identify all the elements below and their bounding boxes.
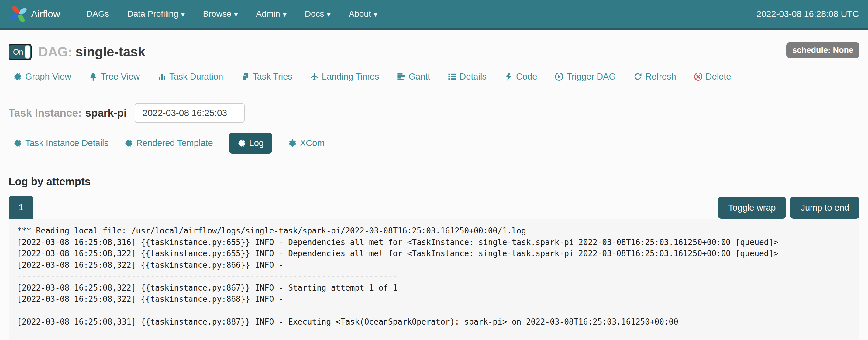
certificate-icon (13, 72, 22, 81)
task-instance-name: spark-pi (85, 107, 127, 119)
utc-clock: 2022-03-08 16:28:08 UTC (756, 9, 859, 19)
dag-pause-toggle[interactable]: On (8, 44, 32, 60)
dag-prefix: DAG: (38, 44, 72, 59)
dag-name: single-task (75, 44, 145, 59)
log-line: ----------------------------------------… (17, 305, 851, 317)
airflow-brand[interactable]: Airflow (9, 5, 60, 23)
tab-details[interactable]: Details (448, 72, 487, 82)
refresh-icon (633, 72, 642, 81)
log-line: [2022-03-08 16:25:08,322] {{taskinstance… (17, 294, 851, 305)
log-controls-row: 1 Toggle wrap Jump to end (8, 196, 860, 218)
log-buttons: Toggle wrap Jump to end (718, 197, 860, 218)
toggle-knob (25, 45, 30, 59)
nav-item-dags[interactable]: DAGs (79, 5, 117, 23)
certificate-icon (13, 139, 22, 147)
tab-trigger-dag[interactable]: Trigger DAG (555, 72, 616, 82)
dag-view-tabs: Graph View Tree View Task Duration Task … (8, 72, 860, 82)
execution-date-input[interactable] (135, 103, 245, 123)
task-instance-tabs: Task Instance Details Rendered Template … (8, 133, 860, 154)
play-circle-icon (555, 72, 563, 81)
times-circle-icon (694, 72, 703, 81)
log-line: [2022-03-08 16:25:08,322] {{taskinstance… (17, 260, 851, 271)
nav-item-admin[interactable]: Admin▾ (248, 5, 294, 23)
divider (8, 91, 860, 91)
tab-task-instance-details[interactable]: Task Instance Details (13, 133, 108, 154)
chevron-down-icon: ▾ (234, 11, 238, 18)
nav-item-docs[interactable]: Docs▾ (297, 5, 339, 23)
chevron-down-icon: ▾ (283, 11, 287, 18)
tab-code[interactable]: Code (504, 72, 537, 82)
chevron-down-icon: ▾ (374, 11, 377, 18)
align-left-icon (397, 72, 405, 81)
tab-landing-times[interactable]: Landing Times (310, 72, 379, 82)
files-icon (241, 72, 250, 81)
bar-chart-icon (157, 72, 166, 81)
tree-icon (89, 72, 98, 81)
chevron-down-icon: ▾ (181, 11, 185, 18)
top-navbar: Airflow DAGs Data Profiling▾ Browse▾ Adm… (0, 0, 868, 30)
certificate-icon (288, 139, 297, 147)
tab-tree-view[interactable]: Tree View (89, 72, 140, 82)
log-line: ----------------------------------------… (17, 271, 851, 282)
tab-gantt[interactable]: Gantt (397, 72, 430, 82)
log-output-panel[interactable]: *** Reading local file: /usr/local/airfl… (8, 218, 860, 340)
dag-header: On DAG:single-task schedule: None (8, 44, 860, 60)
jump-to-end-button[interactable]: Jump to end (790, 197, 860, 218)
attempt-1-tab[interactable]: 1 (8, 196, 33, 218)
tab-refresh[interactable]: Refresh (633, 72, 676, 82)
chevron-down-icon: ▾ (327, 11, 330, 18)
nav-item-browse[interactable]: Browse▾ (195, 5, 246, 23)
task-instance-header: Task Instance: spark-pi (8, 103, 860, 123)
tab-delete[interactable]: Delete (694, 72, 731, 82)
page-title: DAG:single-task (38, 44, 145, 60)
task-instance-label: Task Instance: (8, 107, 82, 119)
nav-item-about[interactable]: About▾ (341, 5, 385, 23)
log-line: [2022-03-08 16:25:08,331] {{taskinstance… (17, 316, 851, 328)
tab-xcom[interactable]: XCom (288, 133, 324, 154)
log-line: *** Reading local file: /usr/local/airfl… (17, 225, 851, 237)
plane-icon (310, 72, 319, 81)
nav-item-data-profiling[interactable]: Data Profiling▾ (119, 5, 193, 23)
log-by-attempts-heading: Log by attempts (8, 175, 860, 188)
log-line: [2022-03-08 16:25:08,316] {{taskinstance… (17, 237, 851, 248)
nav-menu: DAGs Data Profiling▾ Browse▾ Admin▾ Docs… (79, 5, 756, 23)
certificate-icon (237, 139, 246, 147)
list-icon (448, 72, 457, 81)
tab-task-tries[interactable]: Task Tries (241, 72, 292, 82)
airflow-pinwheel-logo-icon (9, 5, 28, 23)
toggle-wrap-button[interactable]: Toggle wrap (718, 197, 786, 218)
log-line: [2022-03-08 16:25:08,322] {{taskinstance… (17, 282, 851, 294)
tab-graph-view[interactable]: Graph View (13, 72, 71, 82)
tab-log[interactable]: Log (229, 133, 272, 154)
tab-rendered-template[interactable]: Rendered Template (124, 133, 213, 154)
brand-label: Airflow (31, 8, 60, 20)
certificate-icon (124, 139, 133, 147)
log-line: [2022-03-08 16:25:08,322] {{taskinstance… (17, 248, 851, 260)
schedule-badge: schedule: None (786, 42, 860, 58)
tab-task-duration[interactable]: Task Duration (157, 72, 223, 82)
divider (8, 163, 860, 163)
bolt-icon (504, 72, 513, 81)
toggle-on-label: On (9, 48, 23, 57)
